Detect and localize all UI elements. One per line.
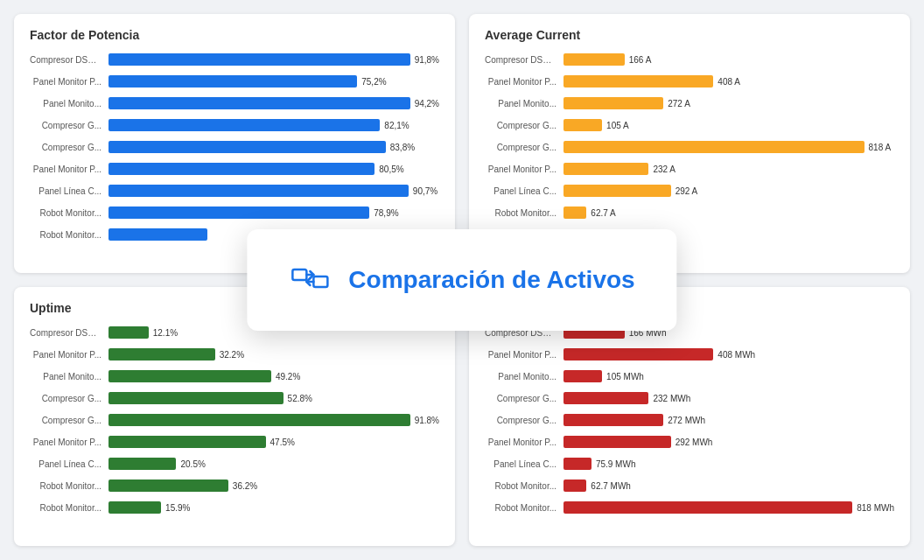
bar-row: Panel Monitor P...408 A bbox=[485, 73, 894, 90]
bar-track: 47.5% bbox=[108, 436, 439, 448]
bar-label: Robot Monitor... bbox=[30, 230, 108, 240]
bar-label: Panel Monitor P... bbox=[485, 438, 564, 447]
chart-title-average-current: Average Current bbox=[485, 28, 894, 42]
bar-track: 818 A bbox=[564, 141, 894, 153]
bar-value: 818 A bbox=[869, 143, 892, 152]
bar-label: Panel Monito... bbox=[30, 372, 108, 382]
chart-title-factor-potencia: Factor de Potencia bbox=[30, 28, 439, 42]
bar-label: Robot Monitor... bbox=[30, 481, 108, 491]
bar-row: Panel Línea C...20.5% bbox=[30, 455, 439, 472]
bar-label: Compresor G... bbox=[485, 416, 564, 425]
bar-fill bbox=[564, 392, 648, 404]
bar-fill bbox=[564, 119, 602, 131]
bar-track: 90,7% bbox=[108, 185, 439, 197]
bar-value: 91.8% bbox=[415, 416, 439, 425]
bar-value: 47.5% bbox=[270, 438, 295, 447]
bar-track: 78,9% bbox=[108, 206, 439, 219]
bar-fill bbox=[564, 206, 586, 219]
bar-fill bbox=[108, 414, 410, 426]
bar-value: 94,2% bbox=[415, 99, 439, 108]
bar-fill bbox=[108, 370, 271, 382]
bar-label: Compresor G... bbox=[485, 143, 564, 152]
bar-fill bbox=[564, 141, 864, 153]
bar-label: Panel Monitor P... bbox=[485, 77, 564, 87]
bar-track: 32.2% bbox=[108, 348, 439, 360]
bar-value: 80,5% bbox=[379, 164, 403, 174]
bar-value: 62.7 A bbox=[591, 208, 615, 218]
bar-label: Panel Monitor P... bbox=[485, 164, 564, 174]
bar-fill bbox=[108, 458, 176, 470]
bar-row: Compresor G...52.8% bbox=[30, 389, 439, 407]
bar-label: Compresor G... bbox=[30, 143, 108, 152]
bar-fill bbox=[564, 501, 852, 514]
bar-track: 232 A bbox=[564, 163, 894, 175]
bar-value: 49.2% bbox=[276, 372, 300, 382]
bar-fill bbox=[564, 163, 648, 175]
bar-fill bbox=[564, 97, 663, 109]
bar-fill bbox=[108, 326, 149, 339]
bar-value: 91,8% bbox=[415, 55, 439, 65]
bar-row: Compresor G...83,8% bbox=[30, 138, 439, 156]
bar-fill bbox=[108, 436, 266, 448]
bar-row: Panel Monito...94,2% bbox=[30, 94, 439, 112]
bar-track: 52.8% bbox=[108, 392, 439, 404]
bar-track: 91.8% bbox=[108, 414, 439, 426]
bar-track: 272 MWh bbox=[564, 414, 894, 426]
bar-label: Robot Monitor... bbox=[30, 208, 108, 218]
bar-row: Panel Monitor P...408 MWh bbox=[485, 346, 894, 363]
bar-fill bbox=[564, 75, 713, 88]
bar-label: Robot Monitor... bbox=[485, 503, 564, 513]
bar-track: 83,8% bbox=[108, 141, 439, 153]
bar-fill bbox=[108, 348, 215, 360]
bar-label: Compresor G... bbox=[30, 121, 108, 130]
bar-value: 232 A bbox=[653, 164, 676, 174]
svg-rect-0 bbox=[292, 270, 306, 280]
bar-label: Panel Monito... bbox=[30, 99, 108, 108]
bar-value: 105 MWh bbox=[606, 372, 644, 382]
bar-row: Robot Monitor...62.7 A bbox=[485, 204, 894, 221]
bar-label: Panel Monitor P... bbox=[30, 350, 108, 360]
bar-track: 94,2% bbox=[108, 97, 439, 109]
bar-label: Panel Línea C... bbox=[30, 459, 108, 469]
bar-label: Panel Línea C... bbox=[485, 459, 564, 469]
bar-fill bbox=[108, 119, 380, 131]
bar-label: Panel Monitor P... bbox=[30, 438, 108, 447]
bar-track: 166 A bbox=[564, 53, 894, 66]
bar-label: Panel Línea C... bbox=[485, 186, 564, 196]
bar-track: 232 MWh bbox=[564, 392, 894, 404]
bar-label: Compresor DSX 0... bbox=[30, 55, 108, 65]
bar-value: 36.2% bbox=[233, 481, 257, 491]
bar-value: 75.9 MWh bbox=[596, 459, 636, 469]
bar-row: Robot Monitor...62.7 MWh bbox=[485, 477, 894, 494]
bar-row: Panel Monitor P...75,2% bbox=[30, 73, 439, 90]
bar-row: Robot Monitor...818 MWh bbox=[485, 499, 894, 516]
bar-fill bbox=[108, 97, 410, 109]
bar-row: Panel Línea C...292 A bbox=[485, 182, 894, 200]
bar-fill bbox=[108, 185, 409, 197]
bar-value: 105 A bbox=[606, 121, 629, 130]
bar-label: Compresor DSX 0... bbox=[30, 328, 108, 338]
bar-value: 408 A bbox=[718, 77, 740, 87]
bar-track: 15.9% bbox=[108, 501, 439, 514]
bar-track: 80,5% bbox=[108, 163, 439, 175]
bar-fill bbox=[108, 163, 374, 175]
bar-label: Compresor G... bbox=[485, 394, 564, 403]
bar-row: Compresor DSX 0...91,8% bbox=[30, 51, 439, 68]
bar-label: Robot Monitor... bbox=[30, 503, 108, 513]
bar-value: 272 MWh bbox=[668, 416, 705, 425]
bar-row: Panel Monito...49.2% bbox=[30, 368, 439, 385]
bar-track: 818 MWh bbox=[564, 501, 894, 514]
bar-label: Compresor G... bbox=[30, 416, 108, 425]
bar-track: 36.2% bbox=[108, 480, 439, 492]
bar-fill bbox=[108, 501, 161, 514]
bar-row: Compresor G...91.8% bbox=[30, 411, 439, 429]
bar-row: Robot Monitor...78,9% bbox=[30, 204, 439, 221]
bar-row: Panel Monitor P...80,5% bbox=[30, 160, 439, 178]
bar-track: 105 MWh bbox=[564, 370, 894, 382]
bar-fill bbox=[108, 480, 228, 492]
bar-row: Compresor G...105 A bbox=[485, 116, 894, 134]
bar-row: Panel Monitor P...47.5% bbox=[30, 433, 439, 451]
bar-value: 90,7% bbox=[413, 186, 438, 196]
bar-label: Robot Monitor... bbox=[485, 208, 564, 218]
bar-fill bbox=[564, 414, 663, 426]
